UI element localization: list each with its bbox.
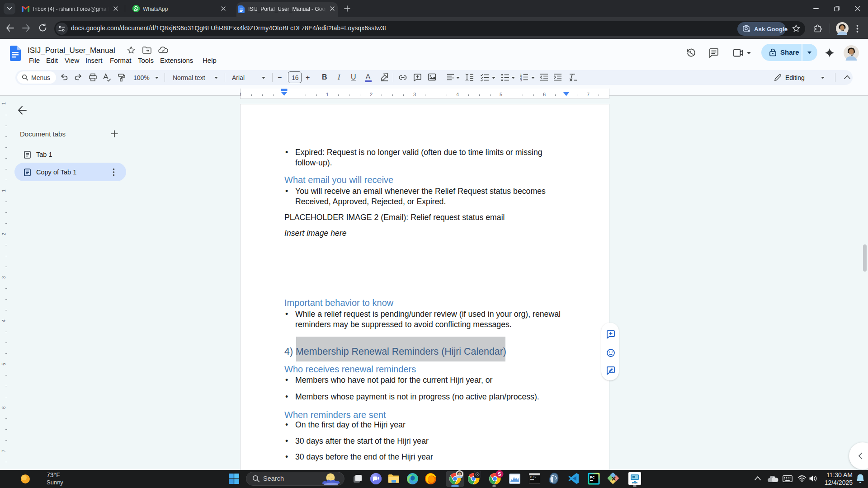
svg-text:1: 1 <box>326 92 329 97</box>
svg-text:3: 3 <box>413 92 416 97</box>
svg-text:1: 1 <box>1 189 6 192</box>
svg-text:C:\\: C:\\ <box>530 476 536 479</box>
svg-text:4: 4 <box>456 92 459 97</box>
svg-text:7: 7 <box>587 92 590 97</box>
svg-text:6: 6 <box>543 92 546 97</box>
svg-text:PC: PC <box>590 475 595 479</box>
svg-text:6: 6 <box>1 406 6 409</box>
svg-text:3: 3 <box>1 276 6 279</box>
svg-text:2: 2 <box>370 92 373 97</box>
svg-text:1: 1 <box>1 102 6 105</box>
svg-text:2: 2 <box>1 233 6 235</box>
svg-text:4: 4 <box>1 319 6 322</box>
svg-text:TaskPro: TaskPro <box>632 483 638 485</box>
svg-text:5: 5 <box>500 92 502 97</box>
svg-text:7: 7 <box>1 450 6 452</box>
svg-text:3: 3 <box>520 78 522 81</box>
svg-text:1: 1 <box>240 92 242 97</box>
svg-text:S: S <box>498 471 501 477</box>
svg-text:5: 5 <box>1 363 6 366</box>
